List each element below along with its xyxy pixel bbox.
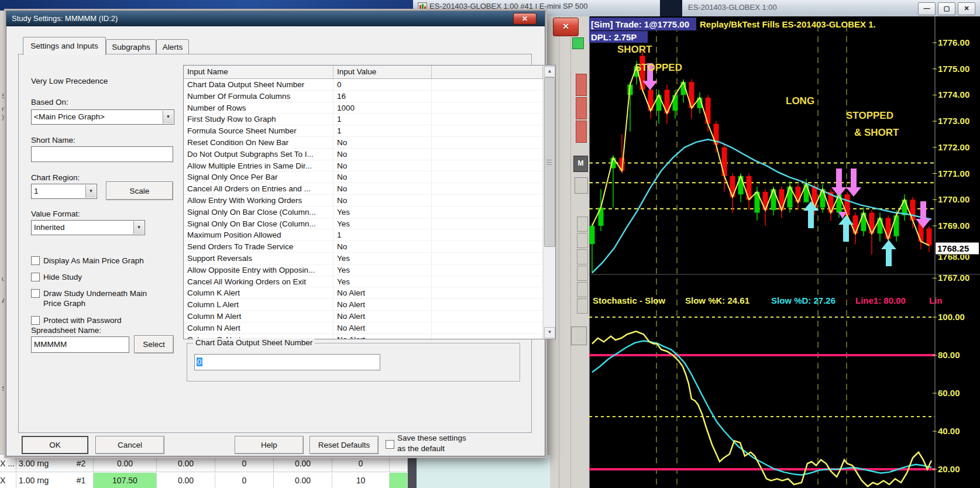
sheet-cell[interactable]: 0 (332, 456, 390, 472)
table-row[interactable]: Cancel All Working Orders on ExitYes (184, 276, 555, 288)
table-row[interactable]: Column N AlertNo Alert (184, 322, 555, 334)
table-row[interactable]: Signal Only On Bar Close (Column...Yes (184, 207, 555, 218)
sheet-cell[interactable]: 0 (215, 473, 274, 488)
input-value-cell[interactable]: No (333, 195, 432, 207)
input-name-cell[interactable]: Signal Only On Bar Close (Column... (184, 207, 333, 218)
window-close-button[interactable]: ✕ (958, 2, 975, 15)
toolbar-small-button[interactable] (577, 233, 588, 248)
input-name-cell[interactable]: Number of Rows (184, 102, 333, 114)
tab-alerts[interactable]: Alerts (156, 39, 189, 55)
input-value-cell[interactable] (432, 253, 543, 264)
input-name-cell[interactable]: Signal Only Once Per Bar (184, 171, 333, 183)
input-value-cell[interactable]: Yes (333, 218, 432, 230)
spreadsheet-name-input[interactable]: MMMMM (31, 336, 129, 353)
sheet-cell[interactable]: X ... (0, 456, 16, 472)
input-name-cell[interactable]: Column K Alert (184, 287, 333, 299)
toolbar-small-button[interactable] (577, 298, 588, 314)
input-name-cell[interactable]: Allow Opposite Entry with Opposin... (184, 264, 333, 276)
toolbar-small-button[interactable] (577, 266, 588, 281)
input-value-cell[interactable] (432, 195, 543, 207)
toolbar-red-button[interactable] (576, 97, 587, 119)
table-scrollbar[interactable]: ▲ ▼ (543, 66, 555, 339)
input-value-cell[interactable] (432, 299, 543, 311)
background-close-button[interactable]: ✕ (553, 18, 579, 36)
input-value-cell[interactable] (432, 160, 543, 172)
input-value-cell[interactable]: No (333, 137, 432, 149)
input-value-cell[interactable] (432, 137, 543, 149)
input-name-cell[interactable]: Allow Multiple Entries in Same Dir... (184, 160, 333, 172)
input-name-cell[interactable]: Cancel All Working Orders on Exit (184, 276, 333, 288)
scrollbar-thumb[interactable] (544, 77, 555, 247)
sheet-cell[interactable]: 10 (332, 473, 390, 488)
table-row[interactable]: Do Not Output Subgraphs Set To I...No (184, 149, 555, 160)
input-value-cell[interactable] (432, 149, 543, 160)
input-value-cell[interactable]: 1000 (333, 102, 432, 114)
input-name-cell[interactable]: Column M Alert (184, 311, 333, 322)
input-value-cell[interactable]: Yes (333, 264, 432, 276)
input-value-cell[interactable] (432, 218, 543, 230)
dialog-titlebar[interactable]: Study Settings: MMMMM (ID:2) ✕ (6, 11, 545, 26)
minimize-button[interactable]: — (918, 2, 936, 15)
sheet-cell[interactable]: 0.00 (94, 456, 157, 472)
toolbar-small-button[interactable] (577, 249, 588, 264)
toolbar-m-button[interactable]: M (573, 156, 588, 172)
table-row[interactable]: Reset Condition On New BarNo (184, 137, 555, 149)
table-row[interactable]: Column L AlertNo Alert (184, 299, 555, 311)
ok-button[interactable]: OK (22, 436, 88, 454)
column-header[interactable] (432, 66, 543, 78)
input-value-cell[interactable]: 1 (333, 229, 432, 241)
table-row[interactable]: Signal Only Once Per BarNo (184, 171, 555, 183)
table-row[interactable]: Chart Data Output Sheet Number0 (184, 79, 555, 91)
help-button[interactable]: Help (235, 436, 304, 454)
table-row[interactable]: Send Orders To Trade ServiceNo (184, 241, 555, 253)
table-row[interactable]: Cancel All Orders on Entries and ...No (184, 183, 555, 195)
checkbox-box[interactable] (31, 316, 40, 325)
table-row[interactable]: Formula Source Sheet Number1 (184, 125, 555, 137)
scroll-up-icon[interactable]: ▲ (544, 66, 555, 77)
value-format-select[interactable]: Inherited ▼ (31, 220, 145, 235)
toolbar-red-button[interactable] (576, 121, 587, 143)
input-value-cell[interactable] (432, 125, 543, 137)
table-row[interactable]: Column K AlertNo Alert (184, 287, 555, 299)
input-name-cell[interactable]: Reset Condition On New Bar (184, 137, 333, 149)
sheet-cell[interactable]: 0.00 (274, 473, 332, 488)
chevron-down-icon[interactable]: ▼ (163, 111, 173, 123)
dialog-close-button[interactable]: ✕ (513, 13, 537, 25)
input-name-cell[interactable]: Column N Alert (184, 322, 333, 334)
sheet-cell[interactable]: 1.00 rng (16, 473, 71, 488)
input-value-cell[interactable]: No (333, 149, 432, 160)
sheet-cell[interactable] (390, 473, 408, 488)
input-value-cell[interactable] (432, 79, 543, 91)
input-name-cell[interactable]: Cancel All Orders on Entries and ... (184, 183, 333, 195)
maximize-button[interactable]: ▢ (938, 2, 955, 15)
sheet-cell[interactable]: 0 (215, 456, 274, 472)
input-name-cell[interactable]: Formula Source Sheet Number (184, 125, 333, 137)
checkbox-box[interactable] (31, 273, 40, 281)
input-value-cell[interactable] (432, 276, 543, 288)
input-value-cell[interactable]: No Alert (333, 287, 432, 299)
tab-settings-and-inputs[interactable]: Settings and Inputs (23, 37, 106, 55)
table-row[interactable]: Allow Multiple Entries in Same Dir...No (184, 160, 555, 172)
table-row[interactable]: Allow Opposite Entry with Opposin...Yes (184, 264, 555, 276)
input-value-cell[interactable]: No (333, 183, 432, 195)
input-value-cell[interactable] (432, 264, 543, 276)
input-name-cell[interactable]: Chart Data Output Sheet Number (184, 79, 333, 91)
input-value-cell[interactable] (432, 229, 543, 241)
table-row[interactable]: Column M AlertNo Alert (184, 311, 555, 322)
short-name-input[interactable] (31, 146, 173, 162)
input-value-cell[interactable] (432, 114, 543, 125)
input-value-cell[interactable]: 1 (333, 114, 432, 125)
sheet-cell[interactable]: #2 (69, 456, 94, 472)
column-header[interactable]: Input Value (333, 66, 432, 78)
input-value-cell[interactable]: Yes (333, 276, 432, 288)
input-value-cell[interactable]: No Alert (333, 322, 432, 334)
input-name-cell[interactable]: Number Of Formula Columns (184, 91, 333, 102)
input-value-cell[interactable] (432, 102, 543, 114)
input-value-cell[interactable] (432, 311, 543, 322)
input-value-cell[interactable]: No (333, 241, 432, 253)
sheet-cell[interactable]: 0.00 (157, 473, 215, 488)
input-name-cell[interactable]: Send Orders To Trade Service (184, 241, 333, 253)
input-value-cell[interactable] (432, 207, 543, 218)
chevron-down-icon[interactable]: ▼ (133, 221, 144, 234)
toolbar-gray-button[interactable] (575, 177, 588, 194)
